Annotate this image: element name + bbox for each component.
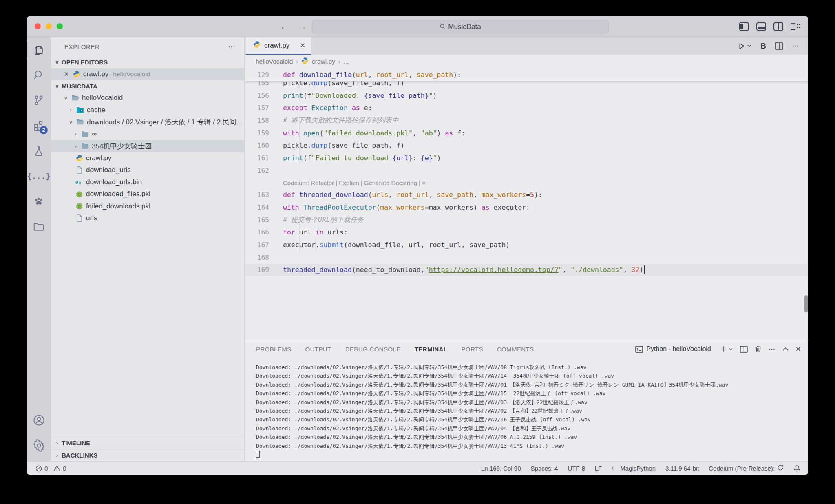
open-editor-item[interactable]: ✕crawl.pyhelloVocaloid: [51, 68, 244, 80]
line-number: 168: [245, 254, 272, 261]
line-number: 166: [245, 228, 272, 236]
minimize-window-button[interactable]: [46, 23, 52, 29]
navigate-forward-icon[interactable]: →: [298, 21, 307, 32]
status-utf-8[interactable]: UTF-8: [568, 465, 585, 472]
close-panel-icon[interactable]: ✕: [795, 345, 801, 354]
tree-item[interactable]: ›354机甲少女骑士团: [51, 140, 244, 153]
tree-item[interactable]: downloaded_files.pkl: [51, 188, 244, 201]
line-number: 158: [245, 117, 272, 124]
code-line-156[interactable]: 156 print(f"Downloaded: {save_file_path}…: [245, 89, 808, 102]
codeium-paw-icon[interactable]: [27, 189, 51, 214]
code-line-166[interactable]: 166 for url in urls:: [245, 226, 808, 239]
terminal-session-title[interactable]: Python - helloVocaloid: [646, 345, 711, 353]
breadcrumb-symbol[interactable]: ...: [344, 58, 349, 65]
problems-status[interactable]: 0 0: [35, 465, 66, 472]
code-line-129[interactable]: 129def download_file(url, root_url, save…: [245, 69, 808, 81]
code-line-159[interactable]: 159 with open("failed_downloads.pkl", "a…: [245, 127, 808, 139]
code-line-162[interactable]: 162: [245, 164, 808, 177]
workspace-root-header[interactable]: ∨ MUSICDATA: [51, 80, 244, 92]
black-formatter-icon[interactable]: B: [760, 42, 766, 51]
explorer-icon[interactable]: [27, 37, 51, 62]
code-editor[interactable]: 129def download_file(url, root_url, save…: [245, 69, 808, 340]
chevron-right-icon: ›: [296, 58, 298, 65]
split-editor-icon[interactable]: [775, 42, 783, 50]
panel-tab-output[interactable]: OUTPUT: [305, 346, 331, 353]
panel-tab-ports[interactable]: PORTS: [461, 346, 483, 353]
panel-more-actions-icon[interactable]: ⋯: [769, 345, 776, 353]
sync-icon: [777, 464, 784, 472]
more-actions-icon[interactable]: ⋯: [792, 42, 800, 50]
breadcrumb-folder[interactable]: helloVocaloid: [256, 58, 293, 65]
snippets-braces-icon[interactable]: {...}: [27, 164, 51, 189]
code-line-163[interactable]: 163def threaded_download(urls, root_url,…: [245, 189, 808, 201]
panel-tab-debug-console[interactable]: DEBUG CONSOLE: [345, 346, 401, 353]
code-line-164[interactable]: 164 with ThreadPoolExecutor(max_workers=…: [245, 201, 808, 214]
remote-folder-icon[interactable]: [27, 214, 51, 239]
code-line-155[interactable]: 155 pickle.dump(save_file_path, f): [245, 81, 808, 89]
status-magicpython[interactable]: { }MagicPython: [612, 465, 656, 472]
testing-icon[interactable]: [27, 138, 51, 164]
folder-icon: [81, 130, 89, 138]
tab-crawl-py[interactable]: crawl.py ✕: [246, 37, 311, 55]
tree-item-name: 354机甲少女骑士团: [92, 141, 152, 151]
maximize-panel-icon[interactable]: [783, 347, 789, 351]
activity-bar: 2 {...}: [27, 37, 51, 461]
code-line-165[interactable]: 165 # 提交每个URL的下载任务: [245, 214, 808, 226]
close-tab-icon[interactable]: ✕: [300, 42, 305, 49]
code-line-160[interactable]: 160 pickle.dump(save_file_path, f): [245, 139, 808, 152]
code-line-161[interactable]: 161 print(f"Failed to download {url}: {e…: [245, 152, 808, 164]
run-python-file-icon[interactable]: [738, 42, 751, 50]
status-spaces-4[interactable]: Spaces: 4: [531, 465, 558, 472]
zoom-window-button[interactable]: [57, 23, 63, 29]
explorer-actions-icon[interactable]: ⋯: [228, 42, 236, 51]
breadcrumb-file[interactable]: crawl.py: [312, 58, 335, 65]
command-center-search[interactable]: MusicData: [312, 20, 609, 33]
status-ln-169-col-90[interactable]: Ln 169, Col 90: [481, 465, 521, 472]
split-editor-layout-icon[interactable]: [773, 22, 783, 31]
code-line-169[interactable]: 169threaded_download(need_to_download,"h…: [245, 264, 808, 276]
kill-terminal-trash-icon[interactable]: [755, 345, 762, 353]
warning-triangle-icon: [53, 465, 60, 471]
panel-tab-terminal[interactable]: TERMINAL: [415, 346, 448, 353]
code-line-167[interactable]: 167 executor.submit(download_file, url, …: [245, 239, 808, 251]
panel-tab-comments[interactable]: COMMENTS: [497, 346, 534, 353]
terminal-output[interactable]: Downloaded: ./downloads/02.Vsinger/洛天依/1…: [245, 358, 808, 461]
split-terminal-icon[interactable]: [740, 346, 748, 353]
tree-item[interactable]: failed_downloads.pkl: [51, 200, 244, 212]
section-timeline[interactable]: ›TIMELINE: [51, 437, 244, 449]
tree-item[interactable]: ∨helloVocaloid: [51, 92, 244, 104]
notifications-bell-icon[interactable]: [793, 465, 800, 472]
chevron-right-icon: ›: [73, 131, 78, 137]
close-window-button[interactable]: [35, 23, 41, 29]
tree-item[interactable]: download_urls: [51, 164, 244, 177]
status-codeium-pre-release[interactable]: Codeium (Pre-Release):: [709, 464, 784, 472]
tree-item[interactable]: ›∞: [51, 128, 244, 140]
toggle-panel-icon[interactable]: [756, 22, 766, 31]
tree-item[interactable]: 0xdownload_urls.bin: [51, 176, 244, 188]
extensions-icon[interactable]: 2: [27, 113, 51, 138]
toggle-sidebar-icon[interactable]: [739, 22, 749, 31]
section-backlinks[interactable]: ›BACKLINKS: [51, 449, 244, 461]
tree-item[interactable]: crawl.py: [51, 152, 244, 164]
code-line-157[interactable]: 157 except Exception as e:: [245, 102, 808, 114]
tree-item[interactable]: ›cache: [51, 104, 244, 116]
new-terminal-icon[interactable]: [720, 346, 733, 352]
status-3-11-9-64-bit[interactable]: 3.11.9 64-bit: [665, 465, 699, 472]
editor-scrollbar-thumb[interactable]: [804, 295, 808, 312]
open-editors-header[interactable]: ∨ OPEN EDITORS: [51, 56, 244, 68]
account-icon[interactable]: [27, 407, 51, 433]
codeium-codelens[interactable]: Codeium: Refactor | Explain | Generate D…: [245, 177, 808, 189]
settings-gear-icon[interactable]: [27, 433, 51, 458]
search-view-icon[interactable]: [27, 62, 51, 88]
close-editor-icon[interactable]: ✕: [63, 71, 70, 78]
source-control-icon[interactable]: [27, 88, 51, 113]
code-line-158[interactable]: 158 # 将下载失败的文件路径保存到列表中: [245, 114, 808, 127]
customize-layout-icon[interactable]: [791, 22, 800, 31]
navigate-back-icon[interactable]: ←: [280, 21, 289, 32]
tree-item[interactable]: urls: [51, 212, 244, 225]
panel-tab-problems[interactable]: PROBLEMS: [256, 346, 292, 353]
code-line-168[interactable]: 168: [245, 251, 808, 264]
python-icon: [301, 57, 309, 66]
tree-item[interactable]: ∨downloads / 02.Vsinger / 洛天依 / 1.专辑 / 2…: [51, 116, 244, 128]
status-lf[interactable]: LF: [595, 465, 602, 472]
